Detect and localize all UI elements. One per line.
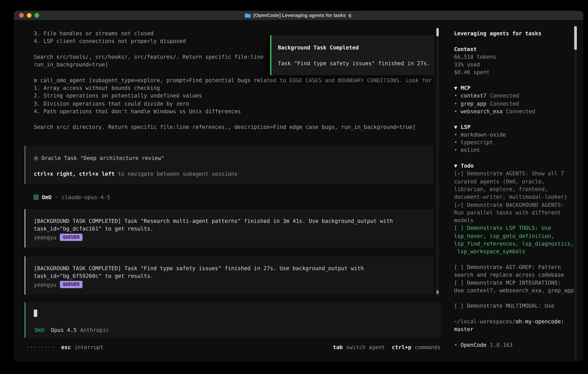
mcp-heading: MCP [461,85,470,91]
desktop: [OpenCode] Leveraging agents for tasks ◐… [0,0,588,374]
bullet-icon: • [454,100,461,107]
lsp-section-header[interactable]: ▼LSP [454,123,576,131]
agent-icon [34,195,38,200]
context-tokens: 66,518 tokens [454,53,576,61]
session-title: Leveraging agents for tasks [454,30,576,37]
lsp-item: •eslint [454,146,576,154]
checkbox-empty-icon: [ ] [454,280,464,286]
app-version: •OpenCode1.0.163 [454,341,576,349]
oracle-task-title: Oracle Task "Deep architecture review" [34,154,434,162]
mcp-section-header[interactable]: ▼MCP [454,84,576,92]
context-section: Context 66,518 tokens 33% used $0.46 spe… [454,45,576,76]
sidebar-scrollbar[interactable] [574,26,577,360]
spinner-dots: ········ [26,343,55,351]
context-spent: $0.46 spent [454,68,576,76]
checkbox-checked-icon: [✓] [454,170,464,177]
prompt-input[interactable]: OmO Opus 4.5 Anthropic [25,302,441,338]
checkbox-empty-icon: [ ] [454,225,464,231]
zoom-button[interactable] [35,13,39,18]
esc-key-hint: esc [61,343,71,351]
message-meta: yeongyu QUEUED [34,281,434,289]
window-body: 3. File handles or streams not closed 4.… [14,20,583,361]
app-name: OpenCode [461,342,486,348]
background-task-notification: Background Task Completed Task "Find typ… [270,35,434,75]
status-badge: QUEUED [60,234,83,241]
oracle-task-card: Oracle Task "Deep architecture review" c… [25,146,434,184]
chat-pane[interactable]: 3. File handles or streams not closed 4.… [14,20,448,361]
workspace-path: ~/local-workspaces/oh-my-opencode: [454,318,576,325]
agent-model: claude-opus-4-5 [62,193,110,201]
opencode-window: [OpenCode] Leveraging agents for tasks ◐… [14,11,583,361]
window-title-text: [OpenCode] Leveraging agents for tasks [253,11,346,19]
notification-body: Task "Find type safety issues" finished … [278,59,432,67]
mcp-item: •grep_appConnected [454,100,576,107]
sidebar-content: Leveraging agents for tasks Context 66,5… [454,30,576,349]
message-author: yeongyu [34,281,56,289]
bullet-icon: • [454,341,461,349]
todo-item: [✓] Demonstrate BACKGROUND AGENTS: Run p… [454,201,576,224]
message-body: [BACKGROUND TASK COMPLETED] Task "Resear… [34,217,434,233]
bullet-icon: • [454,92,461,100]
lsp-heading: LSP [461,124,470,130]
titlebar[interactable]: [OpenCode] Leveraging agents for tasks ◐ [14,11,583,20]
traffic-lights [19,11,39,20]
version-number: 1.0.163 [490,342,513,348]
checkbox-empty-icon: [ ] [454,264,464,270]
context-heading: Context [454,45,576,53]
chevron-down-icon: ▼ [454,163,457,169]
workspace-info: ~/local-workspaces/oh-my-opencode: maste… [454,318,576,333]
mcp-status: Connected [490,100,519,106]
message-body: [BACKGROUND TASK COMPLETED] Task "Find t… [34,264,434,280]
subagent-navigation-hint: ctrl+x right, ctrl+x left to navigate be… [34,170,434,177]
chat-scrollbar-mark[interactable] [436,291,439,294]
lsp-item: •markdown-oxide [454,131,576,139]
mcp-section: ▼MCP •context7Connected •grep_appConnect… [454,84,576,115]
session-sidebar[interactable]: Leveraging agents for tasks Context 66,5… [448,20,583,361]
message-card: [BACKGROUND TASK COMPLETED] Task "Resear… [25,209,434,248]
todo-item: [ ] Demonstrate MULTIMODAL: Use [454,302,576,310]
status-badge: QUEUED [60,281,83,288]
message-author: yeongyu [34,233,56,241]
checkbox-checked-icon: [✓] [454,202,464,208]
sidebar-scrollbar-thumb[interactable] [574,26,577,50]
tab-key-label: switch agent [346,343,385,351]
tab-key-hint: tab [333,343,343,351]
notification-title: Background Task Completed [278,44,432,52]
chat-scrollbar-thumb[interactable] [436,28,439,36]
text-cursor [34,310,37,317]
chevron-down-icon: ▼ [454,124,457,130]
mcp-item: •context7Connected [454,92,576,100]
statusline: ········ esc interrupt tab switch agent … [26,343,441,351]
todo-item: [ ] Demonstrate LSP TOOLS: Use lsp_hover… [454,224,576,255]
checkbox-empty-icon: [ ] [454,303,464,309]
message-meta: yeongyu QUEUED [34,233,434,241]
mcp-status: Connected [490,93,519,99]
agent-name: OmO [42,193,52,201]
oracle-icon [34,156,38,160]
agent-header: OmO · claude-opus-4-5 [34,193,110,201]
bullet-icon: • [454,139,461,146]
message-card: [BACKGROUND TASK COMPLETED] Task "Find t… [25,256,434,295]
chevron-down-icon: ▼ [454,85,457,91]
separator: · [55,193,58,201]
input-status-bar: OmO Opus 4.5 Anthropic [35,326,109,334]
ctrlp-key-label: commands [415,343,441,351]
chat-scrollbar[interactable] [436,28,439,296]
close-button[interactable] [19,13,24,18]
todo-section-header[interactable]: ▼Todo [454,162,576,170]
lsp-section: ▼LSP •markdown-oxide •typescript •eslint [454,123,576,154]
hint-keys: ctrl+x right, ctrl+x left [34,170,115,177]
minimize-button[interactable] [27,13,32,18]
ctrlp-key-hint: ctrl+p [392,343,411,351]
active-model: Opus 4.5 [51,326,77,334]
esc-key-label: interrupt [74,343,104,351]
active-agent: OmO [35,326,44,334]
folder-icon [245,13,251,18]
todo-section: ▼Todo [✓] Demonstrate AGENTS: Show all 7… [454,162,576,310]
session-status-icon: ◐ [348,11,352,19]
todo-item: [ ] Demonstrate AST-GREP: Pattern search… [454,263,576,279]
git-branch: master [454,325,576,333]
window-title: [OpenCode] Leveraging agents for tasks ◐ [245,11,352,19]
todo-heading: Todo [461,163,473,169]
lsp-item: •typescript [454,139,576,146]
